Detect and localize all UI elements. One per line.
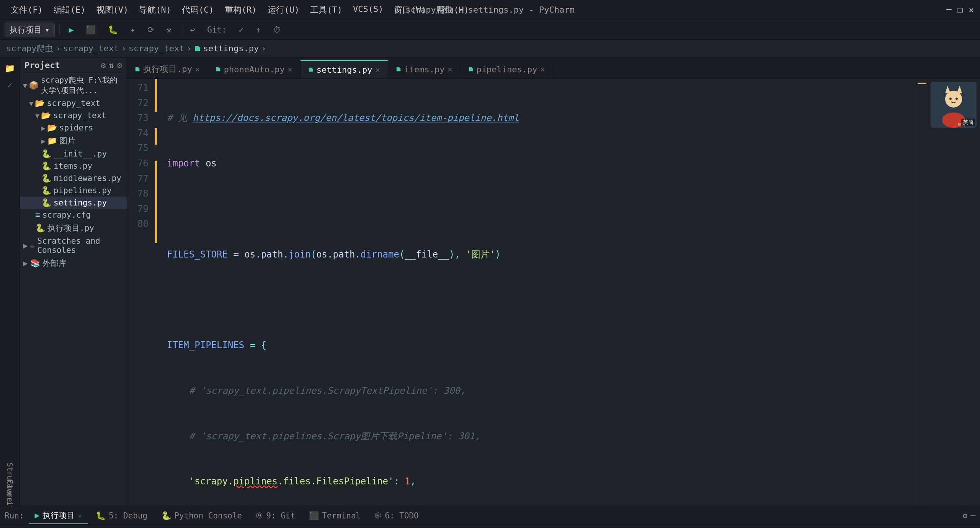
sidebar-sort-icon[interactable]: ⇅ bbox=[109, 60, 114, 70]
menu-file[interactable]: 文件(F) bbox=[6, 3, 47, 17]
maximize-button[interactable]: □ bbox=[958, 5, 963, 15]
git-label[interactable]: Git: bbox=[203, 24, 231, 36]
coverage-button[interactable]: ✦ bbox=[126, 24, 140, 36]
run-config-dropdown[interactable]: 执行项目 ▾ bbox=[5, 23, 55, 37]
tree-item-init[interactable]: 🐍 __init__.py bbox=[20, 148, 127, 160]
run-button[interactable]: ▶ bbox=[64, 24, 78, 36]
tab-phone-auto[interactable]: phoneAuto.py ✕ bbox=[208, 60, 301, 78]
tree-item-root[interactable]: ▼ 📦 scrapy爬虫 F:\我的大学\项目代... bbox=[20, 73, 127, 97]
stop-button[interactable]: ⬛ bbox=[81, 24, 100, 36]
tab-run-project[interactable]: 执行项目.py ✕ bbox=[127, 60, 208, 78]
editor-tabs: 执行项目.py ✕ phoneAuto.py ✕ settings.py ✕ i… bbox=[127, 57, 980, 79]
tree-item-pipelines[interactable]: 🐍 pipelines.py bbox=[20, 184, 127, 197]
minimize-button[interactable]: ─ bbox=[946, 5, 951, 15]
bottom-tab-terminal[interactable]: ⬛ Terminal bbox=[303, 507, 367, 524]
tree-item-settings[interactable]: 🐍 settings.py bbox=[20, 197, 127, 209]
code-content[interactable]: # 见 https://docs.scrapy.org/en/latest/to… bbox=[158, 79, 917, 507]
sidebar-gear-icon[interactable]: ⚙ bbox=[117, 60, 122, 70]
console-output: /scrapy爬虫/scrapy_text/执行项目.py Created sp… bbox=[20, 525, 980, 528]
change-bar-74 bbox=[155, 128, 157, 145]
breadcrumb: scrapy爬虫 › scrapy_text › scrapy_text › s… bbox=[0, 40, 980, 57]
menu-tools[interactable]: 工具(T) bbox=[305, 3, 347, 17]
profile-button[interactable]: ⟳ bbox=[143, 24, 159, 36]
change-bar-78 bbox=[155, 194, 157, 210]
tree-item-external[interactable]: ▶ 📚 外部库 bbox=[20, 256, 127, 270]
breadcrumb-level1[interactable]: scrapy_text bbox=[63, 44, 119, 53]
menu-code[interactable]: 代码(C) bbox=[177, 3, 219, 17]
tab-close-phone[interactable]: ✕ bbox=[288, 65, 292, 74]
tab-close-items[interactable]: ✕ bbox=[448, 65, 452, 74]
bottom-tab-run[interactable]: ▶ 执行项目 ✕ bbox=[29, 507, 88, 524]
tree-item-middlewares[interactable]: 🐍 middlewares.py bbox=[20, 172, 127, 184]
menu-vcs[interactable]: VCS(S) bbox=[348, 3, 388, 17]
tab-close-settings[interactable]: ✕ bbox=[376, 65, 380, 74]
git-check-button[interactable]: ✓ bbox=[234, 24, 248, 36]
window-controls[interactable]: ─ □ ✕ bbox=[946, 5, 974, 15]
tab-settings[interactable]: settings.py ✕ bbox=[301, 60, 388, 78]
tree-item-spiders[interactable]: ▶ 📂 spiders bbox=[20, 122, 127, 134]
window-title: scrapy爬虫 - settings.py - PyCharm bbox=[405, 4, 574, 16]
tree-label-run-project: 执行项目.py bbox=[47, 223, 94, 233]
bottom-tab-run-label: 执行项目 bbox=[42, 510, 75, 521]
tree-label-scrapy-text-2: scrapy_text bbox=[53, 111, 106, 120]
commit-tool-icon[interactable]: ✓ bbox=[2, 77, 18, 93]
git-push-button[interactable]: ↑ bbox=[252, 24, 266, 36]
svg-point-6 bbox=[956, 98, 958, 100]
tree-item-images[interactable]: ▶ 📁 图片 bbox=[20, 134, 127, 148]
sidebar-icons[interactable]: ⚙ ⇅ ⚙ bbox=[101, 60, 122, 70]
close-button[interactable]: ✕ bbox=[969, 5, 974, 15]
avatar-panel: 英简 bbox=[926, 79, 980, 507]
menu-bar[interactable]: 文件(F) 编辑(E) 视图(V) 导航(N) 代码(C) 重构(R) 运行(U… bbox=[6, 3, 474, 17]
menu-run[interactable]: 运行(U) bbox=[263, 3, 304, 17]
tree-item-scrapy-text-2[interactable]: ▼ 📂 scrapy_text bbox=[20, 109, 127, 122]
tree-item-run-project[interactable]: 🐍 执行项目.py bbox=[20, 221, 127, 235]
breadcrumb-root[interactable]: scrapy爬虫 bbox=[6, 43, 53, 54]
settings-icon[interactable]: ⚙ bbox=[963, 511, 968, 520]
menu-refactor[interactable]: 重构(R) bbox=[220, 3, 261, 17]
code-line-78: # 'scrapy_text.pipelines.Scrapy图片下载Pipel… bbox=[167, 429, 917, 444]
debug-button[interactable]: 🐛 bbox=[103, 24, 122, 36]
menu-view[interactable]: 视图(V) bbox=[92, 3, 133, 17]
favorites-tool-icon[interactable]: Favorites bbox=[2, 491, 18, 507]
tree-item-items[interactable]: 🐍 items.py bbox=[20, 160, 127, 172]
toolbar-separator2 bbox=[181, 24, 181, 35]
tab-items[interactable]: items.py ✕ bbox=[388, 60, 461, 78]
tree-label-scratches: Scratches and Consoles bbox=[37, 236, 124, 255]
change-bar-73 bbox=[155, 112, 157, 128]
menu-edit[interactable]: 编辑(E) bbox=[49, 3, 90, 17]
bottom-tab-todo[interactable]: ⑥ 6: TODO bbox=[368, 507, 425, 524]
tree-label-spiders: spiders bbox=[59, 123, 93, 132]
change-bar-71 bbox=[155, 79, 157, 95]
code-line-74: FILES_STORE = os.path.join(os.path.dirna… bbox=[167, 247, 917, 262]
tree-item-scratches[interactable]: ▶ ✏ Scratches and Consoles bbox=[20, 235, 127, 256]
code-line-77: # 'scrapy_text.pipelines.ScrapyTextPipel… bbox=[167, 383, 917, 399]
minimize-panel-icon[interactable]: ─ bbox=[970, 511, 975, 520]
sidebar-settings-icon[interactable]: ⚙ bbox=[101, 60, 106, 70]
bottom-tab-close[interactable]: ✕ bbox=[78, 512, 82, 520]
avatar-image: 英简 bbox=[931, 82, 977, 128]
tab-close-pipelines[interactable]: ✕ bbox=[541, 65, 545, 74]
menu-navigate[interactable]: 导航(N) bbox=[134, 3, 176, 17]
tree-item-scrapy-text-1[interactable]: ▼ 📂 scrapy_text bbox=[20, 97, 127, 109]
scroll-marker bbox=[918, 83, 926, 84]
sidebar-title: Project bbox=[24, 60, 60, 70]
bottom-tab-debug[interactable]: 🐛 5: Debug bbox=[90, 507, 154, 524]
tree-item-scrapy-cfg[interactable]: ≡ scrapy.cfg bbox=[20, 209, 127, 221]
project-tool-icon[interactable]: 📁 bbox=[2, 60, 18, 76]
undo-button[interactable]: ↩ bbox=[186, 24, 200, 36]
git-fetch-button[interactable]: ⏱ bbox=[268, 24, 286, 36]
breadcrumb-sep1: › bbox=[56, 44, 60, 53]
bottom-panel: Run: ▶ 执行项目 ✕ 🐛 5: Debug 🐍 Python Consol… bbox=[0, 507, 980, 528]
breadcrumb-level2[interactable]: scrapy_text bbox=[129, 44, 185, 53]
code-editor[interactable]: 71 72 73 74 75 76 77 78 79 80 bbox=[127, 79, 980, 507]
breadcrumb-file[interactable]: settings.py bbox=[194, 44, 259, 53]
bottom-tab-python-console[interactable]: 🐍 Python Console bbox=[155, 507, 248, 524]
run-label: Run: bbox=[5, 511, 24, 520]
tree-label-middlewares: middlewares.py bbox=[54, 174, 121, 183]
tab-close-run[interactable]: ✕ bbox=[195, 65, 200, 74]
left-tool-strip: 📁 ✓ Structure Favorites bbox=[0, 57, 20, 507]
bottom-tab-git[interactable]: ⑨ 9: Git bbox=[250, 507, 301, 524]
build-button[interactable]: ⚒ bbox=[162, 24, 176, 36]
bottom-tabs: Run: ▶ 执行项目 ✕ 🐛 5: Debug 🐍 Python Consol… bbox=[0, 507, 980, 525]
tab-pipelines[interactable]: pipelines.py ✕ bbox=[461, 60, 553, 78]
